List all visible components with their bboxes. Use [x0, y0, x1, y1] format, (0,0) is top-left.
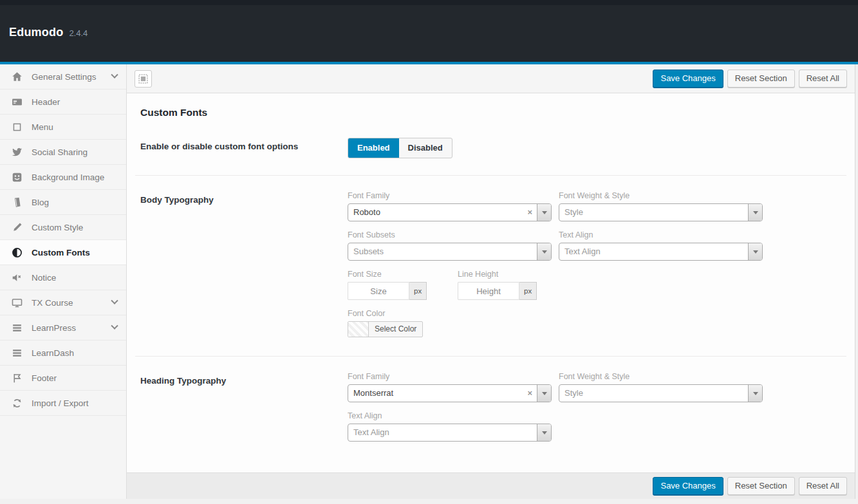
chevron-down-icon[interactable] [748, 243, 762, 260]
heading-typography-section: Heading Typography Font Family Montserra… [127, 357, 855, 458]
sidebar-item-label: General Settings [32, 72, 112, 82]
brand-version: 2.4.4 [69, 28, 88, 38]
body-text-align-select[interactable]: Text Align [559, 243, 763, 261]
body-font-weight-select[interactable]: Style [559, 203, 763, 221]
panel-layout-toggle-button[interactable] [135, 70, 152, 88]
sidebar-item-label: Background Image [32, 173, 117, 182]
sidebar-item-label: Menu [32, 122, 117, 132]
sidebar-item-learndash[interactable]: LearnDash [0, 341, 126, 366]
sidebar-item-import-export[interactable]: Import / Export [0, 391, 126, 416]
sidebar-item-tx-course[interactable]: TX Course [0, 290, 126, 315]
disabled-option[interactable]: Disabled [399, 138, 452, 158]
id-card-icon [10, 97, 23, 107]
smiley-icon [10, 172, 23, 183]
sidebar-item-social-sharing[interactable]: Social Sharing [0, 140, 126, 165]
sidebar-item-footer[interactable]: Footer [0, 366, 126, 391]
chevron-down-icon[interactable] [537, 243, 551, 260]
enable-toggle: Enabled Disabled [348, 138, 452, 158]
sidebar-item-label: Footer [32, 373, 117, 383]
sidebar-item-menu[interactable]: Menu [0, 115, 126, 140]
field-label: Font Subsets [348, 230, 552, 239]
select-value: Montserrat [348, 385, 523, 402]
unit-suffix: px [519, 282, 537, 300]
body-font-subsets-field: Font Subsets Subsets [348, 230, 552, 261]
enabled-option[interactable]: Enabled [348, 138, 399, 158]
top-toolbar: Save Changes Reset Section Reset All [127, 64, 855, 93]
body-font-color-field: Font Color Select Color [348, 309, 552, 339]
brush-icon [10, 222, 23, 233]
body-font-subsets-select[interactable]: Subsets [348, 243, 552, 261]
sidebar-item-label: Custom Style [32, 223, 117, 232]
clear-icon[interactable]: × [523, 385, 537, 402]
reset-all-button[interactable]: Reset All [799, 70, 847, 88]
select-placeholder: Text Align [348, 424, 537, 441]
sidebar-item-blog[interactable]: Blog [0, 190, 126, 215]
mute-icon [10, 272, 23, 283]
chevron-down-icon [111, 297, 118, 304]
body-line-height-input[interactable] [458, 282, 519, 300]
chevron-down-icon[interactable] [748, 385, 762, 402]
body-font-size-input[interactable] [348, 282, 409, 300]
field-label: Font Family [348, 191, 552, 200]
heading-typography-title: Heading Typography [140, 372, 348, 442]
sidebar-item-background-image[interactable]: Background Image [0, 165, 126, 190]
enable-row-label: Enable or disable custom font options [140, 138, 348, 158]
sidebar-item-learnpress[interactable]: LearnPress [0, 315, 126, 341]
admin-bar [0, 0, 858, 5]
clear-icon[interactable]: × [523, 204, 537, 221]
chevron-down-icon[interactable] [537, 385, 551, 402]
heading-text-align-field: Text Align Text Align [348, 411, 552, 442]
bottom-toolbar: Save Changes Reset Section Reset All [127, 472, 855, 499]
sidebar-item-general-settings[interactable]: General Settings [0, 64, 126, 89]
select-color-button[interactable]: Select Color [369, 322, 422, 337]
reset-all-button[interactable]: Reset All [799, 477, 847, 495]
body-font-color-picker[interactable]: Select Color [348, 321, 423, 337]
theme-options-app: Edumodo 2.4.4 General Settings Header [0, 0, 858, 504]
field-label: Font Weight & Style [559, 191, 763, 200]
app-header: Edumodo 2.4.4 [0, 0, 858, 62]
sidebar-item-label: Import / Export [32, 398, 117, 408]
sidebar-item-notice[interactable]: Notice [0, 265, 126, 290]
monitor-icon [10, 297, 23, 308]
page-title: Custom Fonts [127, 93, 855, 122]
select-placeholder: Style [559, 385, 748, 402]
contrast-icon [10, 247, 23, 258]
sidebar: General Settings Header Menu Social [0, 64, 127, 499]
flag-icon [10, 373, 23, 384]
chevron-down-icon [111, 322, 118, 330]
sidebar-item-label: LearnDash [32, 348, 117, 358]
sidebar-item-custom-fonts[interactable]: Custom Fonts [0, 240, 126, 265]
twitter-icon [10, 147, 23, 158]
heading-text-align-select[interactable]: Text Align [348, 424, 552, 442]
body-line-height-field: Line Height px [458, 270, 561, 300]
body-font-family-select[interactable]: Roboto × [348, 203, 552, 221]
settings-main: Custom Fonts Enable or disable custom fo… [127, 93, 855, 472]
square-icon [10, 122, 23, 133]
brand-name: Edumodo [9, 26, 63, 39]
heading-font-family-select[interactable]: Montserrat × [348, 384, 552, 402]
chevron-down-icon[interactable] [537, 424, 551, 441]
sync-icon [10, 398, 23, 409]
chevron-down-icon[interactable] [748, 204, 762, 221]
reset-section-button[interactable]: Reset Section [727, 477, 795, 495]
sidebar-item-label: Header [32, 97, 117, 107]
save-changes-button[interactable]: Save Changes [653, 70, 723, 88]
body-font-weight-field: Font Weight & Style Style [559, 191, 763, 221]
body-typography-section: Body Typography Font Family Roboto × [127, 176, 855, 356]
reset-section-button[interactable]: Reset Section [727, 70, 795, 88]
save-changes-button[interactable]: Save Changes [653, 477, 723, 495]
enable-custom-fonts-row: Enable or disable custom font options En… [127, 122, 855, 175]
body-typography-title: Body Typography [140, 191, 348, 339]
chevron-down-icon[interactable] [537, 204, 551, 221]
select-placeholder: Subsets [348, 243, 537, 260]
sidebar-item-header[interactable]: Header [0, 89, 126, 115]
unit-suffix: px [409, 282, 427, 300]
field-label: Font Family [348, 372, 552, 381]
sidebar-item-custom-style[interactable]: Custom Style [0, 215, 126, 240]
field-label: Font Weight & Style [559, 372, 763, 381]
book-icon [10, 197, 23, 208]
heading-font-weight-field: Font Weight & Style Style [559, 372, 763, 402]
home-icon [10, 71, 23, 82]
body-font-size-field: Font Size px [348, 270, 451, 300]
heading-font-weight-select[interactable]: Style [559, 384, 763, 402]
